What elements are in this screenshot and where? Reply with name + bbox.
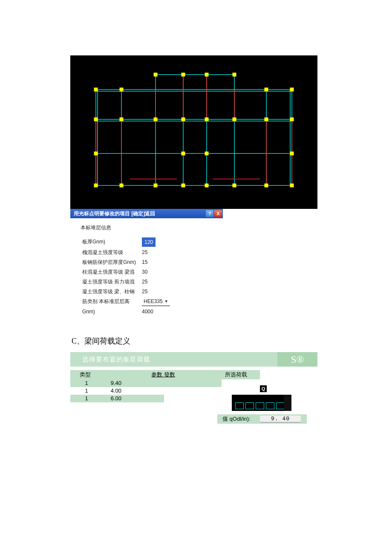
cad-viewport[interactable] [70,55,317,209]
load-value-label: 值 qOdl/in): [217,415,260,423]
svg-rect-31 [205,73,208,76]
form-row: 凝土强度等级 梁、柱钢 25 [82,287,223,296]
load-header-badge: S® [277,352,317,367]
form-value[interactable]: 15 [142,258,172,266]
floor-info-form: 本标堆层信息 板厚Gnm) 120 槐混凝土强度等级 25 板钢筋保护层厚度Gn… [70,218,223,326]
svg-rect-28 [120,88,123,91]
form-value[interactable]: 25 [142,278,172,286]
load-value-input[interactable]: 9. 40 [260,416,301,422]
svg-rect-54 [290,184,294,187]
svg-rect-36 [120,118,123,121]
load-list: 类型 参数 發数 1 9.40 1 4.00 1 6.00 [70,370,222,424]
svg-rect-51 [205,184,208,187]
rebar-type-select[interactable]: HEE335▼ [142,297,172,306]
form-label: 板钢筋保护层厚度Gnm) [82,258,142,266]
dialog-titlebar[interactable]: 用光标点明要修改的项目 [确定]返回 ? X [70,209,223,218]
svg-rect-30 [182,73,185,76]
form-row: 柱混凝土强度等级 梁混 30 [82,268,223,276]
form-row: Gnm) 4000 [82,307,223,316]
load-value-row: 值 qOdl/in): 9. 40 [217,414,307,424]
form-value[interactable]: 120 [142,237,172,247]
svg-rect-50 [182,184,185,187]
form-value[interactable]: 25 [142,248,172,257]
svg-rect-37 [154,118,157,121]
section-heading-c: C、梁间荷载定义 [72,336,392,346]
svg-rect-35 [94,118,98,121]
svg-rect-49 [154,184,157,187]
svg-rect-45 [205,152,208,155]
load-row[interactable]: 1 4.00 [70,387,222,395]
close-button[interactable]: X [214,210,222,217]
svg-rect-46 [290,152,294,155]
form-label: 槐混凝土强度等级 [82,248,142,257]
svg-rect-44 [182,152,185,155]
structural-plan-drawing [70,55,317,209]
col-step [100,371,151,379]
load-row[interactable]: 1 6.00 [70,395,164,402]
form-value[interactable]: 25 [142,287,172,296]
svg-rect-34 [290,88,294,91]
form-row: 板厚Gnm) 120 [82,237,223,247]
svg-rect-32 [233,73,236,76]
form-label: 凝土强度等级 剪力墙混 [82,278,142,286]
svg-rect-39 [205,118,208,121]
form-label: 凝土强度等级 梁、柱钢 [82,287,142,296]
load-panel-header: 选择要布置的集苣荷载 S® [70,352,317,367]
load-header-title: 选择要布置的集苣荷载 [70,356,150,364]
form-label: 筋类别 本标准层层高 [82,297,142,306]
help-button[interactable]: ? [206,210,213,217]
form-label: 柱混凝土强度等级 梁混 [82,268,142,276]
selected-load-panel: 所选荷载 Q 值 qOdl/in): 9. 40 [222,370,317,424]
svg-rect-43 [94,152,98,155]
col-type: 类型 [70,371,100,379]
svg-rect-48 [120,184,123,187]
load-diagram [232,395,291,411]
form-row: 凝土强度等级 剪力墙混 25 [82,278,223,286]
load-list-header: 类型 参数 發数 [70,370,222,379]
svg-rect-29 [154,73,157,76]
q-badge: Q [260,385,267,392]
form-row: 筋类别 本标准层层高 HEE335▼ [82,297,223,306]
svg-rect-38 [182,118,185,121]
form-value[interactable]: 30 [142,268,172,276]
beam-load-panel: 选择要布置的集苣荷载 S® 类型 参数 發数 1 9.40 1 4.00 [70,352,317,424]
form-label: Gnm) [82,307,142,316]
svg-rect-42 [290,118,294,121]
chevron-down-icon: ▼ [164,297,168,306]
svg-rect-27 [94,88,98,91]
svg-rect-41 [265,118,268,121]
dialog-title: 用光标点明要修改的项目 [确定]返回 [74,210,205,217]
form-label: 板厚Gnm) [82,237,142,247]
svg-rect-40 [233,118,236,121]
selected-load-title: 所选荷载 [222,370,260,379]
svg-rect-33 [265,88,268,91]
svg-rect-53 [265,184,268,187]
svg-rect-47 [94,184,98,187]
form-row: 板钢筋保护层厚度Gnm) 15 [82,258,223,266]
svg-rect-52 [233,184,236,187]
form-value[interactable]: 4000 [142,307,172,316]
col-params: 参数 發数 [151,371,175,379]
form-row: 槐混凝土强度等级 25 [82,248,223,257]
load-row[interactable]: 1 9.40 [70,379,222,387]
form-section-title: 本标堆层信息 [81,224,223,231]
